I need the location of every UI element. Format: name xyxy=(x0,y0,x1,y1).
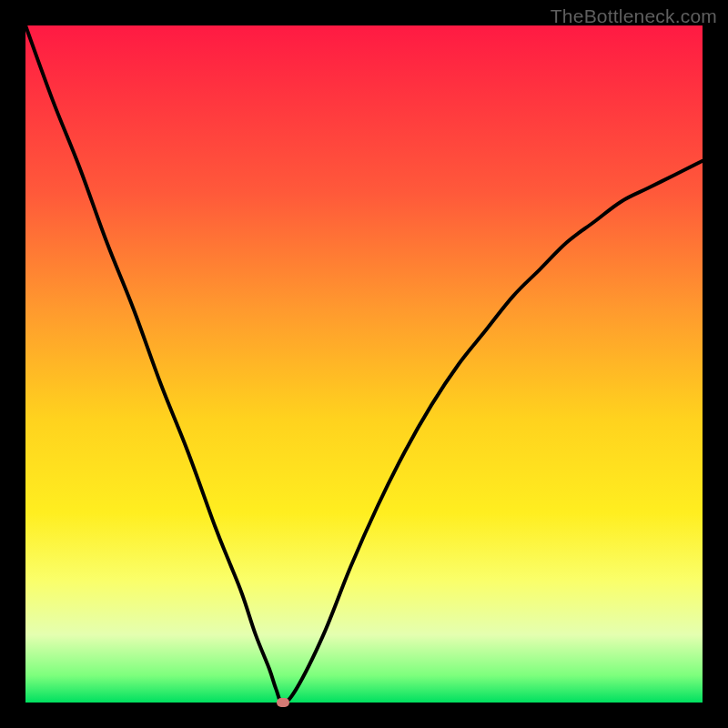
bottleneck-curve xyxy=(25,25,703,703)
optimum-marker xyxy=(277,698,289,707)
watermark-label: TheBottleneck.com xyxy=(551,5,717,27)
chart-frame: TheBottleneck.com xyxy=(0,0,728,728)
plot-area xyxy=(25,25,703,703)
